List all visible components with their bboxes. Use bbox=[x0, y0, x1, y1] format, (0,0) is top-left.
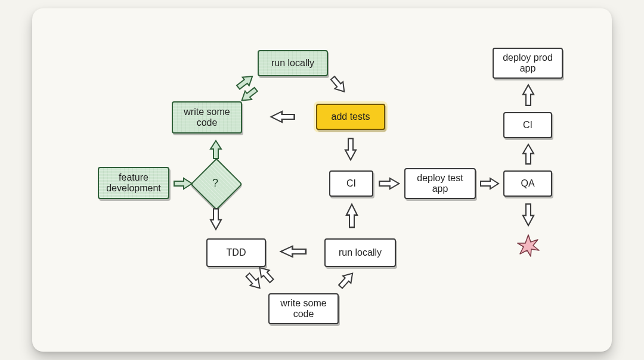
node-deploy-prod-app: deploy prodapp bbox=[493, 48, 563, 79]
diagram-canvas: featuredevelopment ? write somecode run … bbox=[32, 8, 612, 352]
arrow-runlocally-b-to-ci-a bbox=[346, 203, 359, 234]
node-label: deploy testapp bbox=[417, 173, 463, 195]
node-burst-icon bbox=[516, 234, 540, 257]
node-run-locally-b: run locally bbox=[324, 238, 396, 267]
node-label: run locally bbox=[339, 247, 382, 258]
node-label: CI bbox=[346, 178, 356, 189]
arrow-addtests-to-writecode-a bbox=[270, 111, 298, 126]
arrow-ci-a-to-deploytest bbox=[378, 178, 402, 193]
node-write-some-code-a: write somecode bbox=[172, 101, 242, 134]
arrow-tdd-to-writecode-b bbox=[240, 270, 265, 296]
node-label: QA bbox=[521, 178, 534, 189]
arrow-ci-b-to-deployprod bbox=[522, 83, 535, 111]
arrow-runlocally-to-addtests bbox=[324, 73, 350, 100]
node-label: featuredevelopment bbox=[106, 172, 161, 194]
node-ci-a: CI bbox=[329, 170, 373, 197]
arrow-runlocally-b-to-tdd bbox=[279, 246, 310, 261]
arrow-addtests-to-ci-a bbox=[345, 137, 358, 166]
arrow-writecode-b-to-runlocally-b bbox=[335, 268, 361, 294]
node-qa: QA bbox=[503, 170, 552, 197]
arrow-writecode-to-runlocally-a bbox=[234, 70, 260, 96]
svg-marker-0 bbox=[518, 235, 539, 256]
node-run-locally-a: run locally bbox=[258, 50, 328, 76]
node-deploy-test-app: deploy testapp bbox=[404, 168, 476, 199]
node-label: ? bbox=[198, 166, 233, 200]
node-ci-b: CI bbox=[503, 112, 552, 138]
node-decision: ? bbox=[198, 166, 235, 203]
arrow-qa-to-ci-b bbox=[522, 143, 535, 169]
node-label: deploy prodapp bbox=[503, 52, 553, 75]
arrow-qa-to-burst bbox=[522, 203, 535, 231]
node-feature-development: featuredevelopment bbox=[98, 167, 169, 199]
node-label: write somecode bbox=[280, 298, 326, 320]
node-label: TDD bbox=[227, 247, 246, 258]
node-write-some-code-b: write somecode bbox=[268, 293, 339, 324]
arrow-decision-to-tdd bbox=[210, 207, 223, 235]
node-tdd: TDD bbox=[206, 238, 266, 267]
arrow-deploytest-to-qa bbox=[479, 178, 502, 193]
node-label: run locally bbox=[271, 58, 314, 69]
node-label: write somecode bbox=[184, 107, 230, 129]
node-label: CI bbox=[523, 120, 532, 131]
node-add-tests: add tests bbox=[316, 104, 385, 130]
node-label: add tests bbox=[332, 111, 370, 122]
